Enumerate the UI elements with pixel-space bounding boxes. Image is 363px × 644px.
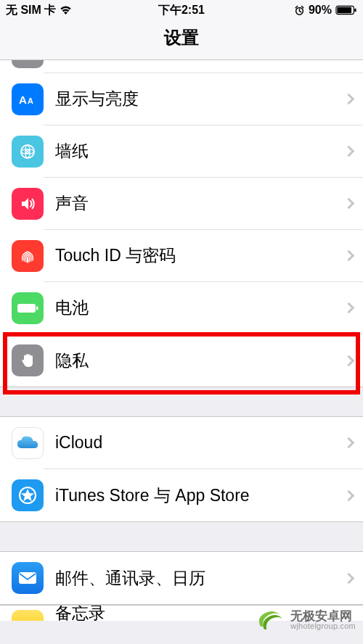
svg-text:A: A (19, 94, 27, 106)
status-left: 无 SIM 卡 (6, 3, 123, 18)
row-mail-contacts-calendar[interactable]: 邮件、通讯录、日历 (0, 552, 363, 604)
general-icon (12, 60, 44, 68)
row-battery[interactable]: 电池 (0, 282, 363, 334)
watermark-url: wjhotelgroup.com (290, 622, 356, 630)
group-gap (0, 522, 363, 551)
row-label: iCloud (55, 433, 102, 453)
wallpaper-icon (12, 136, 44, 168)
group-icloud: iCloud iTunes Store 与 App Store (0, 416, 363, 522)
mail-icon (12, 562, 44, 594)
row-label: 显示与亮度 (55, 88, 139, 110)
svg-rect-2 (337, 7, 351, 13)
chevron-right-icon (343, 355, 355, 366)
appstore-icon (12, 479, 44, 511)
row-label: 隐私 (55, 350, 89, 372)
battery-icon (12, 292, 44, 324)
status-bar: 无 SIM 卡 下午2:51 90% (0, 0, 363, 20)
watermark-cn: 无极安卓网 (290, 610, 356, 622)
row-label: 电池 (55, 297, 89, 319)
row-label: iTunes Store 与 App Store (55, 484, 250, 507)
chevron-right-icon (343, 490, 355, 501)
row-itunes-appstore[interactable]: iTunes Store 与 App Store (0, 469, 363, 521)
row-sound[interactable]: 声音 (0, 178, 363, 230)
group-mail: 邮件、通讯录、日历 (0, 551, 363, 605)
sound-icon (12, 188, 44, 220)
page-header: 设置 (0, 20, 363, 60)
group-general: AA 显示与亮度 墙纸 声音 Touch ID 与密码 (0, 60, 363, 387)
privacy-hand-icon (12, 344, 44, 376)
row-display-brightness[interactable]: AA 显示与亮度 (0, 73, 363, 125)
watermark-logo-icon (256, 608, 286, 632)
row-icloud[interactable]: iCloud (0, 417, 363, 469)
chevron-right-icon (343, 198, 355, 210)
row-partial-top[interactable] (0, 60, 363, 73)
watermark: 无极安卓网 wjhotelgroup.com (256, 608, 356, 632)
settings-list: AA 显示与亮度 墙纸 声音 Touch ID 与密码 (0, 60, 363, 621)
svg-rect-11 (19, 572, 36, 584)
icloud-icon (12, 427, 44, 459)
notes-icon (12, 610, 44, 622)
row-label: 声音 (55, 192, 89, 215)
chevron-right-icon (343, 572, 355, 584)
battery-pct: 90% (309, 4, 332, 17)
row-label: 邮件、通讯录、日历 (55, 567, 205, 590)
row-touchid[interactable]: Touch ID 与密码 (0, 230, 363, 282)
svg-rect-3 (354, 9, 356, 12)
row-label: 墙纸 (55, 140, 89, 162)
carrier-text: 无 SIM 卡 (6, 3, 56, 18)
chevron-right-icon (343, 146, 355, 157)
chevron-right-icon (343, 250, 355, 262)
svg-rect-9 (36, 307, 38, 310)
svg-rect-8 (17, 304, 36, 313)
group-gap (0, 387, 363, 416)
row-wallpaper[interactable]: 墙纸 (0, 125, 363, 178)
display-icon: AA (12, 83, 44, 115)
alarm-icon (294, 5, 305, 16)
row-label: Touch ID 与密码 (55, 244, 176, 267)
chevron-right-icon (343, 437, 355, 449)
chevron-right-icon (343, 302, 355, 314)
status-right: 90% (240, 4, 357, 17)
status-time: 下午2:51 (123, 3, 240, 18)
row-privacy[interactable]: 隐私 (0, 334, 363, 387)
row-label: 备忘录 (55, 605, 105, 621)
battery-icon (335, 5, 357, 15)
page-title: 设置 (0, 26, 363, 49)
wifi-icon (60, 6, 72, 15)
fingerprint-icon (12, 240, 44, 272)
svg-text:A: A (28, 96, 33, 105)
chevron-right-icon (343, 94, 355, 105)
